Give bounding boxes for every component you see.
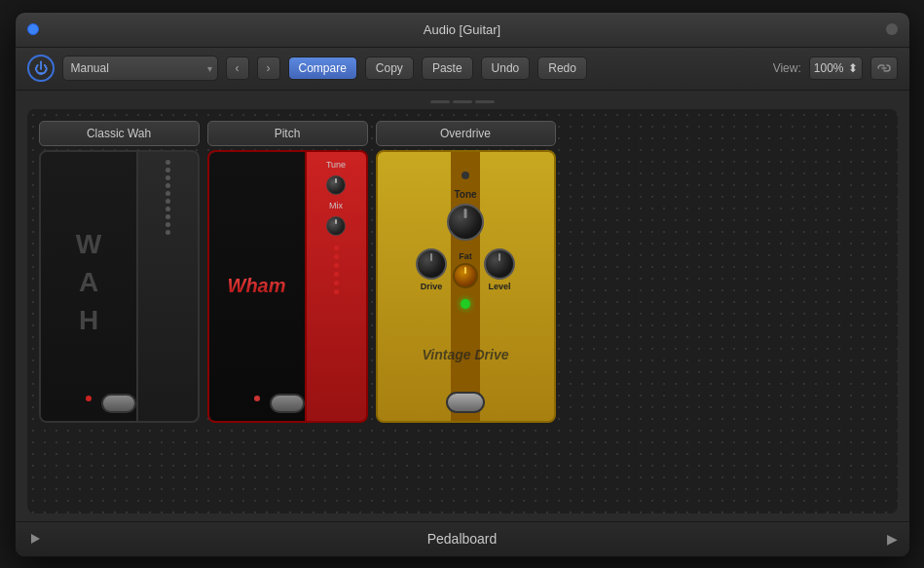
pitch-footswitch[interactable]: [270, 394, 305, 413]
wah-treadle: WAH: [41, 152, 138, 421]
view-label: View:: [773, 61, 801, 75]
wah-dot-2: [166, 168, 170, 172]
wah-knob-dots: [166, 160, 170, 235]
pitch-led-6: [334, 289, 339, 294]
traffic-light-icon[interactable]: [27, 23, 39, 35]
od-fat-knob[interactable]: [453, 263, 478, 288]
nav-forward-button[interactable]: ›: [257, 57, 280, 80]
scroll-right-button[interactable]: ▶: [887, 531, 898, 547]
pitch-knob2-label: Mix: [329, 201, 343, 210]
overdrive-pedal[interactable]: Tone Drive Fat: [376, 150, 556, 423]
pitch-pedal[interactable]: Wham Tune Mix: [207, 150, 368, 423]
wah-dot-3: [166, 175, 170, 180]
pedals-container: Classic Wah WAH: [39, 121, 886, 502]
wah-dot-8: [166, 214, 170, 219]
od-vintage-text: Vintage Drive: [378, 347, 554, 362]
od-tone-label: Tone: [454, 189, 476, 200]
undo-button[interactable]: Undo: [481, 57, 531, 80]
pedalboard-title: Pedalboard: [427, 531, 498, 547]
power-button[interactable]: ⏻: [27, 55, 55, 82]
pitch-led-3: [334, 263, 339, 268]
od-fat-label: Fat: [459, 251, 472, 261]
pitch-tune-knob[interactable]: [326, 175, 346, 195]
od-top-dot: [462, 171, 469, 179]
pitch-pedal-group: Pitch Wham Tune Mix: [207, 121, 368, 502]
od-fat-wrapper: Fat: [453, 251, 478, 288]
pitch-led-2: [334, 254, 339, 259]
pitch-led-1: [334, 246, 339, 250]
wah-indicator-led: [86, 396, 92, 401]
wah-dot-5: [166, 191, 170, 196]
window-title: Audio [Guitar]: [424, 22, 501, 37]
main-area: Classic Wah WAH: [16, 91, 909, 521]
od-footswitch[interactable]: [446, 392, 485, 413]
compare-button[interactable]: Compare: [288, 57, 357, 80]
copy-button[interactable]: Copy: [365, 57, 414, 80]
wah-dot-9: [166, 222, 170, 227]
play-button[interactable]: [27, 531, 43, 547]
view-stepper-icon: ⬍: [848, 61, 858, 75]
paste-button[interactable]: Paste: [422, 57, 473, 80]
wah-footswitch[interactable]: [101, 394, 136, 413]
wah-pedal-group: Classic Wah WAH: [39, 121, 200, 502]
link-button[interactable]: [870, 57, 898, 80]
pedalboard-area: Classic Wah WAH: [27, 109, 898, 513]
pitch-mix-knob[interactable]: [326, 216, 346, 236]
redo-button[interactable]: Redo: [537, 57, 587, 80]
wah-label-button[interactable]: Classic Wah: [39, 121, 200, 146]
play-icon: [29, 533, 41, 545]
wah-dot-7: [166, 207, 170, 211]
pitch-treadle: Wham: [209, 152, 307, 421]
od-knobs-area: Tone Drive Fat: [378, 171, 554, 313]
toolbar-right: View: 100% ⬍: [773, 57, 898, 80]
od-drive-knob[interactable]: [416, 248, 447, 280]
wah-dot-6: [166, 199, 170, 204]
wham-brand-text: Wham: [228, 275, 286, 297]
drag-handle: [27, 98, 898, 109]
preset-selector-wrapper: Manual ▾: [62, 56, 218, 81]
view-selector[interactable]: 100% ⬍: [809, 57, 863, 80]
pitch-knob1-label: Tune: [326, 160, 346, 170]
bottom-bar: Pedalboard ▶: [16, 521, 909, 556]
od-level-knob[interactable]: [484, 248, 515, 280]
pitch-indicator-led: [254, 396, 260, 401]
chain-icon: [876, 62, 892, 74]
pitch-right-panel: Tune Mix: [307, 152, 366, 421]
pitch-led-row: [334, 246, 339, 294]
pitch-label-button[interactable]: Pitch: [207, 121, 368, 146]
wah-dot-1: [166, 160, 170, 165]
wah-dot-4: [166, 183, 170, 188]
od-status-led: [461, 299, 470, 309]
od-level-label: Level: [488, 282, 510, 291]
wah-right-panel: [138, 152, 198, 421]
pitch-led-4: [334, 272, 339, 277]
nav-back-button[interactable]: ‹: [226, 57, 249, 80]
od-mid-row: Drive Fat Level: [378, 248, 554, 291]
view-value: 100%: [814, 61, 844, 75]
od-tone-knob[interactable]: [447, 204, 484, 241]
window-btn-right-icon[interactable]: [886, 23, 898, 35]
main-window: Audio [Guitar] ⏻ Manual ▾ ‹ › Compare Co…: [15, 12, 910, 557]
svg-marker-1: [31, 534, 40, 544]
wah-dot-10: [166, 230, 170, 235]
overdrive-pedal-group: Overdrive Tone Drive: [376, 121, 556, 502]
wah-text: WAH: [73, 229, 104, 343]
title-bar: Audio [Guitar]: [16, 13, 909, 48]
od-drive-label: Drive: [421, 282, 443, 291]
toolbar: ⏻ Manual ▾ ‹ › Compare Copy Paste Undo R…: [16, 48, 909, 91]
wah-pedal[interactable]: WAH: [39, 150, 200, 423]
overdrive-label-button[interactable]: Overdrive: [376, 121, 556, 146]
pitch-led-5: [334, 281, 339, 285]
preset-selector[interactable]: Manual: [62, 56, 218, 81]
